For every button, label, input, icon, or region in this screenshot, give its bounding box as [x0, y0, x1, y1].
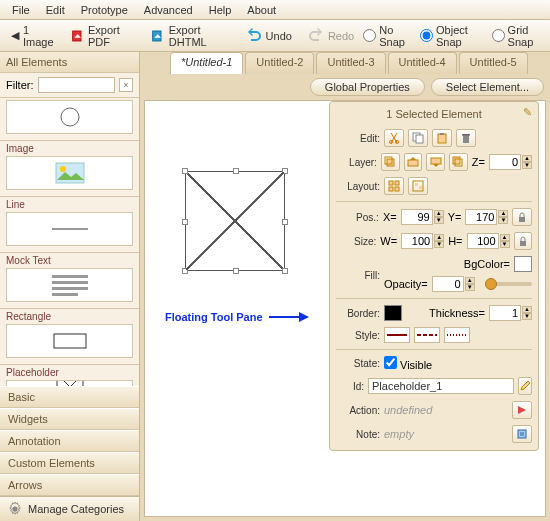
- palette-mocktext[interactable]: Mock Text: [0, 253, 139, 309]
- svg-rect-41: [518, 430, 526, 438]
- opacity-field[interactable]: ▲▼: [432, 276, 475, 292]
- id-field[interactable]: [368, 378, 514, 394]
- id-edit-button[interactable]: [518, 377, 532, 395]
- category-annotation[interactable]: Annotation: [0, 430, 139, 452]
- snap-none[interactable]: No Snap: [363, 24, 412, 48]
- select-element-button[interactable]: Select Element...: [431, 78, 544, 96]
- tab-4[interactable]: Untitled-4: [388, 52, 457, 74]
- style-dotted-button[interactable]: [444, 327, 470, 343]
- layer-up-button[interactable]: [404, 153, 423, 171]
- thickness-label: Thickness=: [429, 307, 485, 319]
- category-basic[interactable]: Basic: [0, 386, 139, 408]
- palette-circle[interactable]: [0, 98, 139, 141]
- svg-rect-29: [389, 181, 393, 185]
- style-solid-button[interactable]: [384, 327, 410, 343]
- y-field[interactable]: ▲▼: [465, 209, 508, 225]
- pencil-icon[interactable]: ✎: [523, 106, 532, 119]
- palette-image[interactable]: Image: [0, 141, 139, 197]
- visible-checkbox[interactable]: Visible: [384, 356, 432, 371]
- note-edit-button[interactable]: [512, 425, 532, 443]
- svg-rect-34: [415, 183, 418, 186]
- paste-button[interactable]: [432, 129, 452, 147]
- palette: Image Line Mock Text Rectangle Placehold…: [0, 98, 139, 386]
- menu-prototype[interactable]: Prototype: [73, 2, 136, 18]
- svg-rect-27: [453, 157, 460, 164]
- resize-handle-e[interactable]: [282, 219, 288, 225]
- delete-button[interactable]: [456, 129, 476, 147]
- filter-input[interactable]: [38, 77, 116, 93]
- lock-size-button[interactable]: [514, 232, 533, 250]
- opacity-slider[interactable]: [485, 282, 532, 286]
- svg-rect-20: [440, 133, 444, 135]
- menu-about[interactable]: About: [239, 2, 284, 18]
- menu-help[interactable]: Help: [201, 2, 240, 18]
- layer-down-button[interactable]: [426, 153, 445, 171]
- lock-position-button[interactable]: [512, 208, 532, 226]
- tab-5[interactable]: Untitled-5: [459, 52, 528, 74]
- x-field[interactable]: ▲▼: [401, 209, 444, 225]
- manage-categories-button[interactable]: Manage Categories: [0, 496, 139, 521]
- tab-3[interactable]: Untitled-3: [316, 52, 385, 74]
- svg-rect-18: [416, 135, 423, 143]
- image-nav-button[interactable]: ◀1 Image: [4, 20, 62, 52]
- sidebar-header[interactable]: All Elements: [0, 52, 139, 73]
- filter-clear-button[interactable]: ×: [119, 78, 133, 92]
- layer-back-button[interactable]: [449, 153, 468, 171]
- pdf-icon: [71, 28, 84, 44]
- action-edit-button[interactable]: [512, 401, 532, 419]
- fill-label: Fill:: [336, 256, 380, 281]
- h-field[interactable]: ▲▼: [467, 233, 510, 249]
- annotation-label: Floating Tool Pane: [165, 311, 309, 323]
- layout-group-button[interactable]: [408, 177, 428, 195]
- redo-button[interactable]: Redo: [301, 24, 361, 48]
- resize-handle-n[interactable]: [233, 168, 239, 174]
- style-dashed-button[interactable]: [414, 327, 440, 343]
- svg-rect-32: [395, 187, 399, 191]
- tool-pane-header: 1 Selected Element✎: [336, 106, 532, 126]
- svg-point-14: [12, 506, 17, 511]
- svg-rect-7: [52, 281, 88, 284]
- copy-button[interactable]: [408, 129, 428, 147]
- layer-label: Layer:: [336, 157, 377, 168]
- layout-grid-button[interactable]: [384, 177, 404, 195]
- palette-placeholder[interactable]: Placeholder: [0, 365, 139, 386]
- category-widgets[interactable]: Widgets: [0, 408, 139, 430]
- undo-button[interactable]: Undo: [239, 24, 299, 48]
- menu-advanced[interactable]: Advanced: [136, 2, 201, 18]
- arrow-icon: [269, 312, 309, 322]
- resize-handle-w[interactable]: [182, 219, 188, 225]
- w-field[interactable]: ▲▼: [401, 233, 444, 249]
- snap-object[interactable]: Object Snap: [420, 24, 484, 48]
- resize-handle-se[interactable]: [282, 268, 288, 274]
- palette-rectangle[interactable]: Rectangle: [0, 309, 139, 365]
- category-arrows[interactable]: Arrows: [0, 474, 139, 496]
- thickness-field[interactable]: ▲▼: [489, 305, 532, 321]
- snap-grid[interactable]: Grid Snap: [492, 24, 546, 48]
- category-custom[interactable]: Custom Elements: [0, 452, 139, 474]
- canvas[interactable]: Floating Tool Pane 1 Selected Element✎ E…: [144, 100, 546, 517]
- tab-1[interactable]: *Untitled-1: [170, 52, 243, 74]
- menu-edit[interactable]: Edit: [38, 2, 73, 18]
- palette-line[interactable]: Line: [0, 197, 139, 253]
- layer-front-button[interactable]: [381, 153, 400, 171]
- snap-group: No Snap Object Snap Grid Snap: [363, 24, 546, 48]
- border-color-swatch[interactable]: [384, 305, 402, 321]
- svg-rect-19: [438, 134, 446, 143]
- tab-2[interactable]: Untitled-2: [245, 52, 314, 74]
- z-field[interactable]: ▲▼: [489, 154, 532, 170]
- resize-handle-nw[interactable]: [182, 168, 188, 174]
- resize-handle-ne[interactable]: [282, 168, 288, 174]
- tab-bar: *Untitled-1 Untitled-2 Untitled-3 Untitl…: [140, 52, 550, 74]
- resize-handle-sw[interactable]: [182, 268, 188, 274]
- export-pdf-button[interactable]: Export PDF: [64, 20, 143, 52]
- bgcolor-swatch[interactable]: [514, 256, 532, 272]
- menu-file[interactable]: File: [4, 2, 38, 18]
- svg-rect-9: [52, 293, 78, 296]
- cut-button[interactable]: [384, 129, 404, 147]
- export-dhtml-button[interactable]: Export DHTML: [144, 20, 236, 52]
- selected-placeholder-shape[interactable]: [185, 171, 285, 271]
- menu-bar: File Edit Prototype Advanced Help About: [0, 0, 550, 20]
- global-properties-button[interactable]: Global Properties: [310, 78, 425, 96]
- resize-handle-s[interactable]: [233, 268, 239, 274]
- note-value: empty: [384, 428, 414, 440]
